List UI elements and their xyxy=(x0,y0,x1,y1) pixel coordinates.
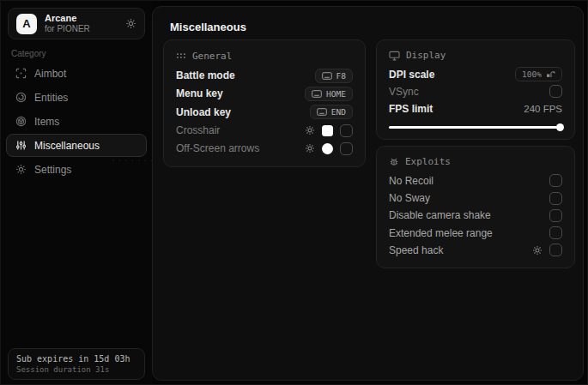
entities-icon xyxy=(15,92,27,103)
general-card-header: General xyxy=(176,48,353,64)
keybind-button[interactable]: HOME xyxy=(305,87,353,101)
setting-label: FPS limit xyxy=(389,103,433,115)
setting-label: No Sway xyxy=(389,192,430,204)
setting-label: No Recoil xyxy=(389,175,433,187)
display-card-header: Display xyxy=(389,48,562,63)
sub-expires-text: Sub expires in 15d 03h xyxy=(16,354,136,364)
keybind-value: F8 xyxy=(336,71,346,81)
sidebar-item-label: Entities xyxy=(34,92,68,104)
vsync-checkbox[interactable] xyxy=(549,85,562,98)
extended-melee-range-checkbox[interactable] xyxy=(549,226,562,239)
keybind-button[interactable]: F8 xyxy=(315,69,353,83)
setting-label: DPI scale xyxy=(389,69,434,81)
display-card: Display DPI scale 100% VSync xyxy=(376,39,575,140)
setting-row-battle-mode: Battle mode F8 xyxy=(176,67,353,85)
items-icon xyxy=(15,116,27,127)
setting-label: Disable camera shake xyxy=(389,209,491,221)
dpi-scale-value: 100% xyxy=(522,69,542,79)
sidebar-item-label: Settings xyxy=(34,164,71,176)
arrows-config-gear-icon[interactable] xyxy=(305,143,315,153)
sidebar-item-settings[interactable]: Settings xyxy=(6,158,147,181)
sliders-icon xyxy=(15,140,27,151)
session-duration-text: Session duration 31s xyxy=(16,365,136,374)
sidebar-item-miscellaneous[interactable]: Miscellaneous ......... xyxy=(6,134,147,157)
offscreen-arrows-checkbox[interactable] xyxy=(340,142,353,155)
sidebar: A Arcane for PIONER Category xyxy=(1,1,152,385)
crosshair-config-gear-icon[interactable] xyxy=(305,125,315,135)
no-sway-checkbox[interactable] xyxy=(549,192,562,205)
display-card-title: Display xyxy=(406,50,446,61)
arrows-color-swatch[interactable] xyxy=(322,143,333,154)
bug-icon xyxy=(389,157,399,167)
category-label: Category xyxy=(11,49,46,58)
speed-hack-config-gear-icon[interactable] xyxy=(532,245,543,256)
app-logo: A xyxy=(16,14,37,34)
setting-row-offscreen-arrows: Off-Screen arrows xyxy=(176,140,353,158)
fps-limit-value: 240 FPS xyxy=(524,104,562,114)
disable-camera-shake-checkbox[interactable] xyxy=(549,209,562,222)
keybind-button[interactable]: END xyxy=(310,105,353,119)
setting-label: Off-Screen arrows xyxy=(176,142,259,154)
keybind-value: END xyxy=(331,107,346,117)
setting-row-no-recoil: No Recoil xyxy=(389,172,562,189)
setting-row-unload-key: Unload key END xyxy=(176,103,353,121)
setting-row-speed-hack: Speed hack xyxy=(389,242,562,259)
crosshair-color-swatch[interactable] xyxy=(322,125,333,136)
page-title: Miscellaneous xyxy=(170,21,246,33)
setting-row-extended-melee-range: Extended melee range xyxy=(389,224,562,241)
dpi-scale-select[interactable]: 100% xyxy=(515,67,562,81)
exploits-card-header: Exploits xyxy=(389,154,562,170)
subscription-status-card: Sub expires in 15d 03h Session duration … xyxy=(8,348,145,380)
header-gear-icon[interactable] xyxy=(125,18,136,29)
monitor-icon xyxy=(389,51,400,61)
exploits-card: Exploits No Recoil No Sway Disable camer… xyxy=(376,146,575,268)
scale-icon xyxy=(546,70,555,79)
setting-row-crosshair: Crosshair xyxy=(176,121,353,139)
setting-row-dpi-scale: DPI scale 100% xyxy=(389,66,562,83)
sidebar-item-items[interactable]: Items xyxy=(6,110,147,133)
no-recoil-checkbox[interactable] xyxy=(549,174,562,187)
app-window: A Arcane for PIONER Category xyxy=(0,0,588,385)
crosshair-checkbox[interactable] xyxy=(340,124,353,137)
speed-hack-checkbox[interactable] xyxy=(549,244,562,256)
app-subtitle: for PIONER xyxy=(45,24,118,34)
setting-label: Battle mode xyxy=(176,69,235,81)
setting-row-fps-limit: FPS limit 240 FPS xyxy=(389,100,562,117)
setting-label: Menu key xyxy=(176,87,223,99)
sidebar-item-aimbot[interactable]: Aimbot xyxy=(6,62,147,85)
slider-fill xyxy=(389,126,561,129)
fps-limit-slider[interactable] xyxy=(389,123,562,130)
gear-icon xyxy=(15,164,27,175)
exploits-card-title: Exploits xyxy=(405,156,451,167)
grid-dots-icon xyxy=(176,51,186,61)
setting-label: Speed hack xyxy=(389,244,443,256)
keyboard-icon xyxy=(322,72,332,80)
app-name: Arcane xyxy=(45,13,118,24)
keyboard-icon xyxy=(312,90,322,98)
scan-icon xyxy=(15,68,27,79)
setting-row-no-sway: No Sway xyxy=(389,189,562,207)
app-header-card: A Arcane for PIONER xyxy=(8,8,145,39)
setting-label: Extended melee range xyxy=(389,227,493,239)
keyboard-icon xyxy=(317,108,327,116)
setting-row-vsync: VSync xyxy=(389,83,562,100)
slider-knob[interactable] xyxy=(556,123,564,131)
general-card-title: General xyxy=(192,51,232,62)
sidebar-item-label: Aimbot xyxy=(34,68,66,80)
setting-row-disable-camera-shake: Disable camera shake xyxy=(389,207,562,224)
app-titles: Arcane for PIONER xyxy=(45,13,118,33)
main-panel: Miscellaneous General Battle mode xyxy=(152,6,584,381)
sidebar-item-entities[interactable]: Entities xyxy=(6,86,147,109)
sidebar-nav: Aimbot Entities Items xyxy=(6,62,147,181)
sidebar-item-label: Items xyxy=(34,116,59,128)
sidebar-item-label: Miscellaneous xyxy=(34,140,100,152)
setting-label: VSync xyxy=(389,86,419,98)
setting-row-menu-key: Menu key HOME xyxy=(176,85,353,103)
general-card: General Battle mode F8 Menu key xyxy=(163,39,366,167)
setting-label: Crosshair xyxy=(176,124,220,136)
keybind-value: HOME xyxy=(326,89,346,99)
setting-label: Unload key xyxy=(176,106,231,118)
